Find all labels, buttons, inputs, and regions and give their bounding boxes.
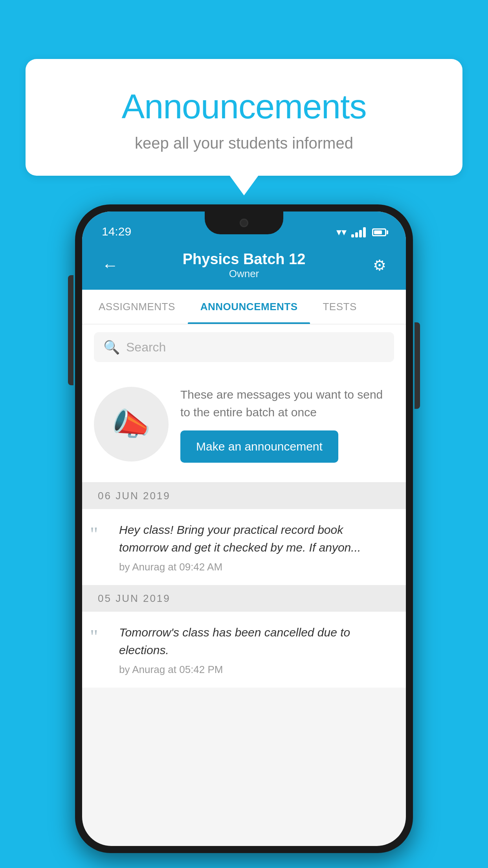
announcement-prompt: 📣 These are messages you want to send to… xyxy=(82,370,406,483)
announcement-description: These are messages you want to send to t… xyxy=(180,386,394,421)
phone-container: 14:29 ▾▾ ← Phy xyxy=(75,204,413,853)
quote-icon-1: " xyxy=(90,524,110,544)
date-separator-2: 05 JUN 2019 xyxy=(82,585,406,612)
header-center: Physics Batch 12 Owner xyxy=(125,251,363,280)
search-container: 🔍 Search xyxy=(82,324,406,370)
wifi-icon: ▾▾ xyxy=(336,226,347,238)
announcement-text-2: Tomorrow's class has been cancelled due … xyxy=(119,623,394,659)
signal-bar-3 xyxy=(359,230,362,237)
speech-bubble-container: Announcements keep all your students inf… xyxy=(26,59,462,176)
phone-outer: 14:29 ▾▾ ← Phy xyxy=(75,204,413,853)
announcement-right: These are messages you want to send to t… xyxy=(180,386,394,463)
tab-tests[interactable]: TESTS xyxy=(310,290,369,324)
battery-icon xyxy=(372,228,386,236)
search-icon: 🔍 xyxy=(103,339,120,355)
make-announcement-button[interactable]: Make an announcement xyxy=(180,430,338,463)
notch xyxy=(205,211,283,234)
tab-announcements[interactable]: ANNOUNCEMENTS xyxy=(188,290,310,324)
settings-button[interactable]: ⚙ xyxy=(363,257,386,274)
phone-screen: 14:29 ▾▾ ← Phy xyxy=(82,211,406,846)
announcement-icon-circle: 📣 xyxy=(94,387,169,462)
date-separator-1: 06 JUN 2019 xyxy=(82,483,406,509)
header-title: Physics Batch 12 xyxy=(125,251,363,268)
announcement-item-2[interactable]: " Tomorrow's class has been cancelled du… xyxy=(82,612,406,688)
speech-bubble: Announcements keep all your students inf… xyxy=(26,59,462,176)
tab-assignments[interactable]: ASSIGNMENTS xyxy=(86,290,188,324)
megaphone-icon: 📣 xyxy=(112,406,151,443)
battery-fill xyxy=(374,230,382,234)
back-button[interactable]: ← xyxy=(102,256,125,275)
camera-cutout xyxy=(240,219,248,227)
header-subtitle: Owner xyxy=(125,268,363,280)
announcement-content-2: Tomorrow's class has been cancelled due … xyxy=(119,623,394,676)
app-header: ← Physics Batch 12 Owner ⚙ xyxy=(82,243,406,290)
signal-bar-2 xyxy=(355,232,358,237)
quote-icon-2: " xyxy=(90,627,110,646)
announcement-meta-2: by Anurag at 05:42 PM xyxy=(119,664,394,676)
speech-bubble-subtitle: keep all your students informed xyxy=(49,134,439,152)
signal-bar-4 xyxy=(363,227,366,237)
announcement-meta-1: by Anurag at 09:42 AM xyxy=(119,561,394,573)
search-bar[interactable]: 🔍 Search xyxy=(94,332,394,362)
search-placeholder: Search xyxy=(126,340,166,355)
announcement-content-1: Hey class! Bring your practical record b… xyxy=(119,521,394,573)
signal-bars xyxy=(351,227,366,237)
speech-bubble-title: Announcements xyxy=(49,86,439,127)
announcement-text-1: Hey class! Bring your practical record b… xyxy=(119,521,394,556)
signal-bar-1 xyxy=(351,234,354,237)
status-icons: ▾▾ xyxy=(336,226,386,238)
announcement-item-1[interactable]: " Hey class! Bring your practical record… xyxy=(82,509,406,585)
tabs-container: ASSIGNMENTS ANNOUNCEMENTS TESTS xyxy=(82,290,406,324)
